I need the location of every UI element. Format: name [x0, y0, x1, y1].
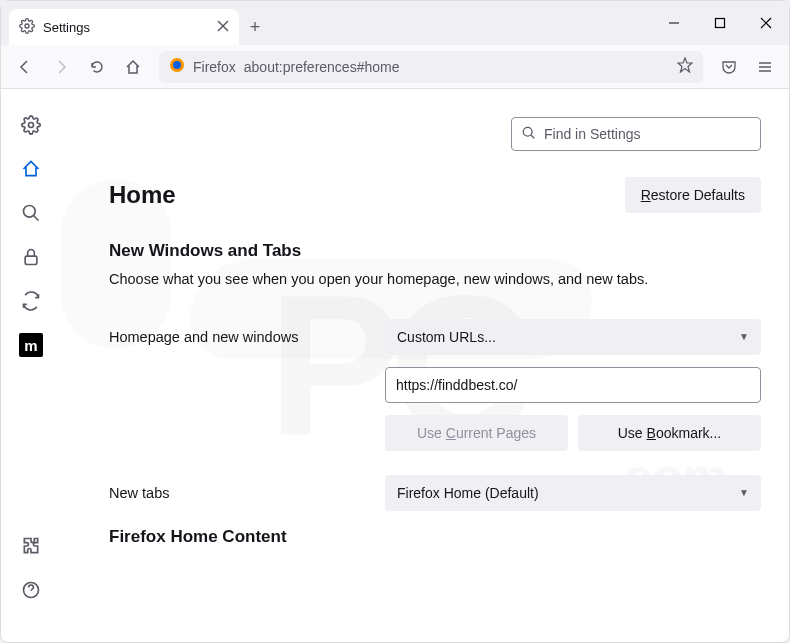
settings-main-panel: Find in Settings Home Restore Defaults N… [61, 89, 789, 642]
search-placeholder: Find in Settings [544, 126, 641, 142]
homepage-label: Homepage and new windows [109, 329, 369, 345]
sidebar-item-privacy[interactable] [19, 245, 43, 269]
forward-button[interactable] [45, 51, 77, 83]
restore-defaults-button[interactable]: Restore Defaults [625, 177, 761, 213]
sidebar-item-mozilla[interactable]: m [19, 333, 43, 357]
svg-point-8 [523, 127, 532, 136]
title-bar: Settings + [1, 1, 789, 45]
chevron-down-icon: ▼ [739, 487, 749, 498]
window-controls [651, 1, 789, 45]
url-bar[interactable]: Firefox about:preferences#home [159, 51, 703, 83]
gear-icon [19, 18, 35, 37]
settings-sidebar: m [1, 89, 61, 642]
select-value: Firefox Home (Default) [397, 485, 539, 501]
svg-rect-6 [25, 256, 37, 264]
svg-point-5 [24, 206, 36, 218]
chevron-down-icon: ▼ [739, 331, 749, 342]
sidebar-item-general[interactable] [19, 113, 43, 137]
navigation-toolbar: Firefox about:preferences#home [1, 45, 789, 89]
svg-point-0 [25, 24, 29, 28]
close-tab-icon[interactable] [217, 20, 229, 35]
maximize-button[interactable] [697, 1, 743, 45]
sidebar-item-sync[interactable] [19, 289, 43, 313]
url-prefix: Firefox [193, 59, 236, 75]
use-current-pages-button[interactable]: Use Current Pages [385, 415, 568, 451]
browser-tab-settings[interactable]: Settings [9, 9, 239, 45]
sidebar-item-extensions[interactable] [19, 534, 43, 558]
sidebar-item-search[interactable] [19, 201, 43, 225]
tab-title: Settings [43, 20, 90, 35]
url-address: about:preferences#home [244, 59, 400, 75]
plus-icon: + [250, 17, 261, 38]
svg-rect-1 [716, 19, 725, 28]
section-description: Choose what you see when you open your h… [109, 269, 761, 291]
section-title-new-windows: New Windows and Tabs [109, 241, 761, 261]
sidebar-item-help[interactable] [19, 578, 43, 602]
svg-point-3 [173, 61, 181, 69]
app-menu-button[interactable] [749, 51, 781, 83]
svg-point-4 [29, 123, 34, 128]
search-icon [522, 126, 536, 143]
select-value: Custom URLs... [397, 329, 496, 345]
new-tab-button[interactable]: + [239, 9, 271, 45]
newtabs-mode-select[interactable]: Firefox Home (Default) ▼ [385, 475, 761, 511]
home-button[interactable] [117, 51, 149, 83]
content-area: PC .com m [1, 89, 789, 642]
bookmark-star-icon[interactable] [677, 57, 693, 76]
minimize-button[interactable] [651, 1, 697, 45]
close-window-button[interactable] [743, 1, 789, 45]
settings-search-input[interactable]: Find in Settings [511, 117, 761, 151]
homepage-mode-select[interactable]: Custom URLs... ▼ [385, 319, 761, 355]
section-title-home-content: Firefox Home Content [109, 527, 761, 547]
sidebar-item-home[interactable] [19, 157, 43, 181]
homepage-url-input[interactable] [385, 367, 761, 403]
mozilla-m-icon: m [24, 337, 37, 354]
firefox-logo-icon [169, 57, 185, 76]
back-button[interactable] [9, 51, 41, 83]
newtabs-label: New tabs [109, 485, 369, 501]
reload-button[interactable] [81, 51, 113, 83]
page-title: Home [109, 181, 176, 209]
use-bookmark-button[interactable]: Use Bookmark... [578, 415, 761, 451]
pocket-button[interactable] [713, 51, 745, 83]
